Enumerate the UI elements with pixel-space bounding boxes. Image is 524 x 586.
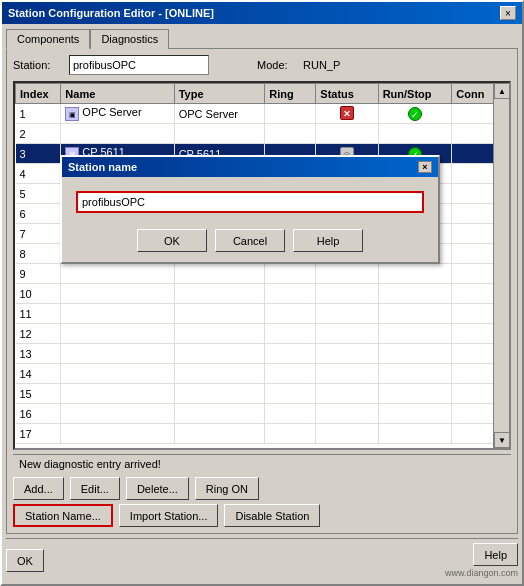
main-window: Station Configuration Editor - [ONLINE] … bbox=[0, 0, 524, 586]
scroll-up-button[interactable]: ▲ bbox=[494, 83, 510, 99]
mode-label: Mode: bbox=[257, 59, 295, 71]
cell-index: 1 bbox=[16, 104, 61, 124]
cell-index: 12 bbox=[16, 324, 61, 344]
cell-type bbox=[174, 384, 265, 404]
cell-status bbox=[316, 304, 378, 324]
cell-index: 2 bbox=[16, 124, 61, 144]
dialog-cancel-button[interactable]: Cancel bbox=[215, 229, 285, 252]
cell-index: 17 bbox=[16, 424, 61, 444]
table-container: Index Name Type Ring Status Run/Stop Con… bbox=[13, 81, 511, 450]
window-close-button[interactable]: × bbox=[500, 6, 516, 20]
table-row[interactable]: 17 bbox=[16, 424, 509, 444]
cell-status: ✕ bbox=[316, 104, 378, 124]
station-input[interactable] bbox=[69, 55, 209, 75]
table-row[interactable]: 1▣OPC ServerOPC Server✕✓ bbox=[16, 104, 509, 124]
cell-ring bbox=[265, 424, 316, 444]
table-row[interactable]: 10 bbox=[16, 284, 509, 304]
cell-runstop bbox=[378, 424, 452, 444]
component-icon: ▣ bbox=[65, 107, 79, 121]
table-row[interactable]: 11 bbox=[16, 304, 509, 324]
cell-type bbox=[174, 424, 265, 444]
cell-index: 9 bbox=[16, 264, 61, 284]
cell-name bbox=[61, 264, 174, 284]
watermark: www.diangon.com bbox=[445, 568, 518, 578]
cell-name bbox=[61, 304, 174, 324]
cell-runstop bbox=[378, 304, 452, 324]
table-row[interactable]: 14 bbox=[16, 364, 509, 384]
cell-index: 11 bbox=[16, 304, 61, 324]
cell-status bbox=[316, 364, 378, 384]
tab-components[interactable]: Components bbox=[6, 29, 90, 49]
cell-ring bbox=[265, 384, 316, 404]
title-bar: Station Configuration Editor - [ONLINE] … bbox=[2, 2, 522, 24]
cell-index: 14 bbox=[16, 364, 61, 384]
dialog-buttons: OK Cancel Help bbox=[76, 229, 424, 252]
table-row[interactable]: 13 bbox=[16, 344, 509, 364]
cell-ring bbox=[265, 124, 316, 144]
cell-index: 6 bbox=[16, 204, 61, 224]
dialog-close-button[interactable]: × bbox=[418, 161, 432, 173]
station-label: Station: bbox=[13, 59, 61, 71]
cell-type bbox=[174, 124, 265, 144]
cell-name bbox=[61, 344, 174, 364]
window-body: Components Diagnostics Station: Mode: RU… bbox=[2, 24, 522, 584]
ok-button[interactable]: OK bbox=[6, 549, 44, 572]
add-button[interactable]: Add... bbox=[13, 477, 64, 500]
cell-index: 15 bbox=[16, 384, 61, 404]
help-button[interactable]: Help bbox=[473, 543, 518, 566]
cell-status bbox=[316, 324, 378, 344]
col-header-ring: Ring bbox=[265, 84, 316, 104]
mode-value: RUN_P bbox=[303, 59, 340, 71]
table-row[interactable]: 12 bbox=[16, 324, 509, 344]
scrollbar: ▲ ▼ bbox=[493, 83, 509, 448]
cell-name bbox=[61, 364, 174, 384]
status-bar: New diagnostic entry arrived! bbox=[13, 454, 511, 473]
scroll-down-button[interactable]: ▼ bbox=[494, 432, 510, 448]
status-error-icon: ✕ bbox=[339, 106, 355, 122]
cell-ring bbox=[265, 404, 316, 424]
bottom-row: OK Help www.diangon.com bbox=[6, 538, 518, 580]
table-row[interactable]: 2 bbox=[16, 124, 509, 144]
col-header-runstop: Run/Stop bbox=[378, 84, 452, 104]
cell-ring bbox=[265, 324, 316, 344]
cell-ring bbox=[265, 364, 316, 384]
table-wrapper: Index Name Type Ring Status Run/Stop Con… bbox=[15, 83, 509, 448]
cell-ring bbox=[265, 264, 316, 284]
delete-button[interactable]: Delete... bbox=[126, 477, 189, 500]
table-row[interactable]: 16 bbox=[16, 404, 509, 424]
station-name-button[interactable]: Station Name... bbox=[13, 504, 113, 527]
disable-station-button[interactable]: Disable Station bbox=[224, 504, 320, 527]
cell-index: 7 bbox=[16, 224, 61, 244]
dialog-input-wrapper bbox=[76, 191, 424, 213]
cell-status bbox=[316, 384, 378, 404]
cell-name bbox=[61, 324, 174, 344]
dialog-ok-button[interactable]: OK bbox=[137, 229, 207, 252]
table-row[interactable]: 9 bbox=[16, 264, 509, 284]
station-row: Station: Mode: RUN_P bbox=[13, 55, 511, 75]
cell-runstop bbox=[378, 384, 452, 404]
dialog-help-button[interactable]: Help bbox=[293, 229, 363, 252]
dialog-body: OK Cancel Help bbox=[62, 177, 438, 262]
edit-button[interactable]: Edit... bbox=[70, 477, 120, 500]
station-name-dialog: Station name × OK Cancel Help bbox=[60, 155, 440, 264]
scroll-track bbox=[494, 99, 509, 432]
table-row[interactable]: 15 bbox=[16, 384, 509, 404]
cell-status bbox=[316, 124, 378, 144]
cell-ring bbox=[265, 284, 316, 304]
col-header-name: Name bbox=[61, 84, 174, 104]
cell-index: 8 bbox=[16, 244, 61, 264]
import-station-button[interactable]: Import Station... bbox=[119, 504, 219, 527]
ring-on-button[interactable]: Ring ON bbox=[195, 477, 259, 500]
cell-type bbox=[174, 404, 265, 424]
tab-diagnostics[interactable]: Diagnostics bbox=[90, 29, 169, 49]
cell-type bbox=[174, 324, 265, 344]
cell-type bbox=[174, 304, 265, 324]
runstop-ok-icon: ✓ bbox=[408, 108, 422, 120]
tab-content: Station: Mode: RUN_P Index Name Type Rin… bbox=[6, 48, 518, 534]
dialog-title-text: Station name bbox=[68, 161, 137, 173]
cell-ring bbox=[265, 104, 316, 124]
dialog-station-name-input[interactable] bbox=[76, 191, 424, 213]
cell-status bbox=[316, 424, 378, 444]
cell-index: 13 bbox=[16, 344, 61, 364]
buttons-row-2: Station Name... Import Station... Disabl… bbox=[13, 504, 511, 527]
